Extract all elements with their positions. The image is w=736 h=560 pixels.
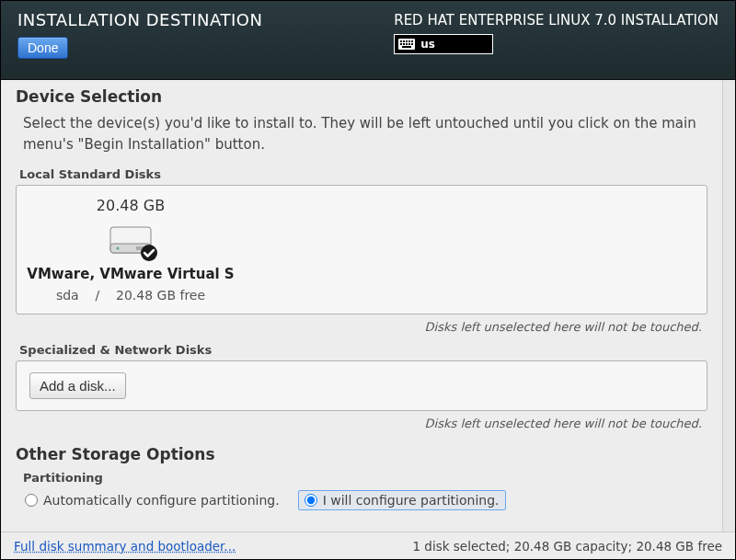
svg-rect-7 bbox=[403, 43, 405, 45]
header-left: INSTALLATION DESTINATION Done bbox=[17, 10, 262, 59]
header-right: RED HAT ENTERPRISE LINUX 7.0 INSTALLATIO… bbox=[394, 10, 719, 54]
svg-rect-6 bbox=[400, 43, 402, 45]
disk-id: sda bbox=[56, 288, 79, 303]
partitioning-auto-radio[interactable] bbox=[25, 494, 38, 507]
svg-rect-8 bbox=[406, 43, 408, 45]
disk-name: VMware, VMware Virtual S bbox=[27, 266, 234, 282]
network-disks-label: Specialized & Network Disks bbox=[19, 343, 707, 357]
svg-rect-4 bbox=[408, 40, 410, 42]
keyboard-icon bbox=[398, 39, 415, 50]
partitioning-manual-option[interactable]: I will configure partitioning. bbox=[298, 490, 506, 510]
partitioning-options: Automatically configure partitioning. I … bbox=[25, 490, 707, 510]
svg-rect-2 bbox=[403, 40, 405, 42]
svg-rect-3 bbox=[406, 40, 408, 42]
installer-window: INSTALLATION DESTINATION Done RED HAT EN… bbox=[0, 0, 736, 560]
svg-point-14 bbox=[117, 247, 120, 250]
svg-rect-10 bbox=[411, 43, 413, 45]
partitioning-manual-radio[interactable] bbox=[305, 494, 317, 507]
partitioning-auto-label: Automatically configure partitioning. bbox=[43, 493, 280, 508]
disk-icon bbox=[109, 223, 153, 257]
done-button[interactable]: Done bbox=[17, 37, 68, 59]
disk-selection-status: 1 disk selected; 20.48 GB capacity; 20.4… bbox=[412, 539, 722, 554]
disk-item[interactable]: 20.48 GB VMware, VMware Vi bbox=[29, 197, 232, 303]
local-disks-panel: 20.48 GB VMware, VMware Vi bbox=[16, 185, 707, 314]
svg-rect-11 bbox=[402, 46, 411, 48]
full-disk-summary-link[interactable]: Full disk summary and bootloader... bbox=[14, 539, 236, 554]
disk-meta: sda / 20.48 GB free bbox=[56, 288, 205, 303]
installer-subtitle: RED HAT ENTERPRISE LINUX 7.0 INSTALLATIO… bbox=[394, 12, 719, 29]
disk-size: 20.48 GB bbox=[97, 197, 165, 214]
local-disks-label: Local Standard Disks bbox=[19, 167, 707, 181]
body-row: Device Selection Select the device(s) yo… bbox=[1, 80, 735, 531]
svg-point-16 bbox=[141, 245, 157, 261]
keyboard-layout-indicator[interactable]: us bbox=[394, 34, 493, 54]
footer-bar: Full disk summary and bootloader... 1 di… bbox=[1, 531, 735, 559]
local-disks-hint: Disks left unselected here will not be t… bbox=[16, 320, 702, 334]
device-selection-intro: Select the device(s) you'd like to insta… bbox=[23, 113, 700, 154]
partitioning-label: Partitioning bbox=[23, 471, 707, 485]
svg-rect-5 bbox=[411, 40, 413, 42]
content-area: Device Selection Select the device(s) yo… bbox=[1, 80, 722, 531]
network-disks-hint: Disks left unselected here will not be t… bbox=[16, 417, 702, 430]
checkmark-badge-icon bbox=[140, 244, 158, 262]
add-disk-button[interactable]: Add a disk... bbox=[29, 372, 126, 399]
vertical-scrollbar[interactable] bbox=[722, 80, 735, 531]
disk-free: 20.48 GB free bbox=[116, 288, 205, 303]
other-storage-heading: Other Storage Options bbox=[16, 445, 707, 463]
keyboard-layout-label: us bbox=[420, 38, 435, 51]
disk-sep: / bbox=[96, 288, 100, 303]
header-bar: INSTALLATION DESTINATION Done RED HAT EN… bbox=[1, 1, 735, 80]
svg-rect-1 bbox=[400, 40, 402, 42]
network-disks-panel: Add a disk... bbox=[16, 360, 707, 411]
page-title: INSTALLATION DESTINATION bbox=[17, 10, 262, 29]
device-selection-heading: Device Selection bbox=[16, 87, 707, 106]
partitioning-manual-label: I will configure partitioning. bbox=[323, 493, 500, 508]
partitioning-auto-option[interactable]: Automatically configure partitioning. bbox=[25, 493, 280, 508]
svg-rect-9 bbox=[408, 43, 410, 45]
